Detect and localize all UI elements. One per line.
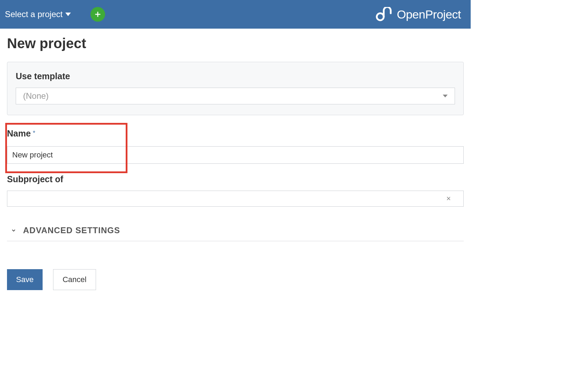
caret-down-icon [443,95,448,97]
button-row: Save Cancel [7,269,464,290]
subproject-section: Subproject of × [7,174,464,207]
svg-point-2 [377,13,384,20]
top-bar: Select a project OpenProject [0,0,471,29]
openproject-logo-icon [375,7,393,22]
template-select[interactable]: (None) [16,88,455,104]
top-bar-left: Select a project [5,7,105,22]
subproject-label: Subproject of [7,174,464,184]
project-selector-dropdown[interactable]: Select a project [5,9,71,19]
logo-text: OpenProject [397,8,461,21]
advanced-settings-label: ADVANCED SETTINGS [23,226,120,235]
template-select-value: (None) [23,91,49,101]
project-selector-label: Select a project [5,9,63,19]
save-button[interactable]: Save [7,269,43,290]
name-label-row: Name * [7,123,464,139]
clear-icon[interactable]: × [446,195,451,202]
template-section: Use template (None) [7,62,464,115]
chevron-down-icon [10,227,17,234]
required-star-icon: * [33,130,35,137]
template-label: Use template [16,71,455,81]
name-label: Name [7,128,31,139]
name-section: Name * [7,123,464,164]
add-button[interactable] [90,7,105,22]
page-title: New project [7,36,464,51]
subproject-select[interactable]: × [7,191,464,207]
caret-down-icon [65,13,71,16]
cancel-button[interactable]: Cancel [53,269,96,290]
advanced-settings-toggle[interactable]: ADVANCED SETTINGS [7,221,464,241]
logo: OpenProject [375,7,461,22]
main-content: New project Use template (None) Name * S… [0,29,471,304]
plus-icon [94,10,102,18]
name-input[interactable] [7,146,464,164]
